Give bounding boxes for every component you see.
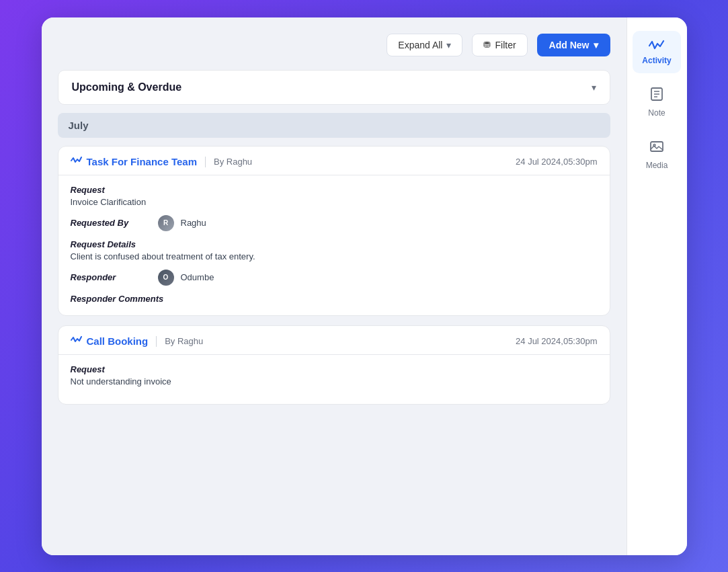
filter-icon: ⛃ (483, 40, 491, 50)
sidebar-item-media[interactable]: Media (633, 131, 681, 178)
media-label: Media (646, 161, 668, 170)
task-card-finance: Task For Finance Team By Raghu 24 Jul 20… (58, 146, 610, 316)
task-activity-icon (71, 156, 83, 168)
responder-comments-label: Responder Comments (71, 294, 598, 304)
main-content-area: Expand All ▾ ⛃ Filter Add New ▾ Upcoming… (42, 17, 626, 555)
requested-by-label: Requested By (71, 218, 151, 228)
call-booking-date: 24 Jul 2024,05:30pm (516, 336, 597, 346)
media-icon (649, 139, 664, 157)
note-icon (649, 87, 664, 105)
note-label: Note (648, 108, 665, 118)
requested-by-value: Raghu (181, 218, 206, 228)
call-booking-body: Request Not understanding invoice (58, 355, 610, 404)
task-finance-date: 24 Jul 2024,05:30pm (516, 157, 597, 167)
request-value: Invoice Clarification (71, 197, 598, 207)
expand-all-button[interactable]: Expand All ▾ (387, 34, 462, 56)
call-booking-by: By Raghu (165, 336, 516, 346)
call-booking-request-label: Request (71, 364, 598, 374)
chevron-down-icon: ▾ (446, 40, 451, 50)
responder-value: Odumbe (181, 272, 214, 282)
section-chevron-icon: ▾ (592, 82, 596, 93)
odumbe-avatar: O (158, 270, 174, 286)
task-finance-by: By Raghu (214, 157, 516, 167)
call-booking-title: Call Booking (87, 335, 149, 347)
responder-row: Responder O Odumbe (71, 270, 598, 286)
sidebar-item-activity[interactable]: Activity (633, 31, 681, 73)
request-details-value: Client is confused about treatment of ta… (71, 251, 598, 261)
add-new-chevron-icon: ▾ (594, 40, 598, 50)
activity-icon (649, 39, 665, 52)
task-card-call-booking-header: Call Booking By Raghu 24 Jul 2024,05:30p… (58, 326, 610, 355)
sidebar: Activity Note Media (626, 17, 687, 555)
filter-label: Filter (495, 40, 516, 50)
task-finance-body: Request Invoice Clarification Requested … (58, 175, 610, 315)
activity-label: Activity (642, 56, 671, 65)
responder-label: Responder (71, 272, 151, 282)
task-card-call-booking: Call Booking By Raghu 24 Jul 2024,05:30p… (58, 325, 610, 405)
month-label: July (69, 120, 89, 131)
add-new-button[interactable]: Add New ▾ (537, 34, 610, 56)
add-new-label: Add New (549, 40, 590, 50)
requested-by-row: Requested By R Raghu (71, 215, 598, 231)
sidebar-item-note[interactable]: Note (633, 79, 681, 126)
filter-button[interactable]: ⛃ Filter (472, 34, 527, 56)
toolbar: Expand All ▾ ⛃ Filter Add New ▾ (58, 34, 610, 56)
call-booking-activity-icon (71, 335, 83, 348)
main-window: Expand All ▾ ⛃ Filter Add New ▾ Upcoming… (42, 17, 687, 555)
call-booking-request-value: Not understanding invoice (71, 376, 598, 386)
task-divider (205, 157, 206, 167)
call-booking-divider (156, 336, 157, 347)
upcoming-overdue-section[interactable]: Upcoming & Overdue ▾ (58, 70, 610, 105)
raghu-avatar: R (158, 215, 174, 231)
section-header-title: Upcoming & Overdue (72, 81, 182, 93)
request-details-label: Request Details (71, 239, 598, 249)
task-card-finance-header: Task For Finance Team By Raghu 24 Jul 20… (58, 147, 610, 175)
expand-all-label: Expand All (398, 40, 442, 50)
task-finance-title: Task For Finance Team (87, 156, 198, 167)
month-group-july: July (58, 113, 610, 138)
request-label: Request (71, 185, 598, 195)
svg-rect-4 (651, 142, 663, 151)
